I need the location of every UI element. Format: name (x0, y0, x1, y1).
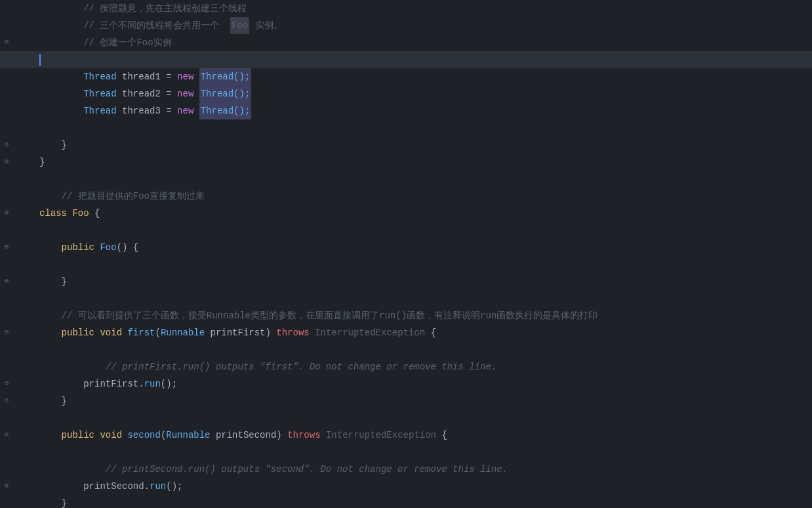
line-code-23: printFirst.run(); (33, 375, 812, 392)
line-code-22: // printFirst.run() outputs "first". Do … (33, 358, 812, 375)
thread-new: Thread(); (199, 68, 252, 85)
space (67, 205, 72, 222)
space: thread1 (117, 68, 167, 85)
line-gutter-21 (0, 341, 33, 358)
space (122, 427, 127, 444)
line-gutter-14 (0, 222, 33, 239)
line-gutter-2 (0, 17, 33, 34)
kw-thread: Thread (83, 102, 116, 119)
indent (39, 239, 62, 256)
code-line-19: // 可以看到提供了三个函数，接受Runnable类型的参数，在里面直接调用了r… (0, 307, 812, 324)
close-brace: } (62, 495, 67, 508)
kw-public: public (62, 324, 94, 341)
thread-new: Thread(); (199, 85, 252, 102)
fold-icon-26[interactable]: ⊖ (3, 431, 10, 439)
fold-icon-17[interactable]: ⊖ (3, 278, 10, 286)
eq: = (166, 102, 177, 119)
kw-thread: Thread (83, 85, 116, 102)
space (94, 324, 100, 341)
fold-icon-13[interactable]: ⊖ (3, 209, 10, 217)
code-line-14 (0, 222, 812, 239)
indent (39, 68, 83, 85)
comment-text: // 创建一个Foo实例 (39, 34, 172, 51)
method-call: printFirst. (83, 375, 144, 392)
code-line-3: ⊖ // 创建一个Foo实例 (0, 34, 812, 51)
comment-text: // printSecond.run() outputs "second". D… (39, 461, 508, 478)
line-code-13: class Foo { (33, 205, 812, 222)
class-name: Foo (72, 205, 89, 222)
line-gutter-28 (0, 461, 33, 478)
comment-text: 实例。 (249, 17, 282, 34)
line-code-3: // 创建一个Foo实例 (33, 34, 812, 51)
line-gutter-30 (0, 495, 33, 508)
code-line-12: // 把题目提供的Foo直接复制过来 (0, 188, 812, 205)
eq: = (166, 85, 177, 102)
kw-throws: throws (276, 324, 309, 341)
line-gutter-27 (0, 444, 33, 461)
code-line-24: ⊖ } (0, 392, 812, 410)
indent (39, 324, 62, 341)
code-line-22: // printFirst.run() outputs "first". Do … (0, 358, 812, 375)
code-line-16 (0, 256, 812, 273)
indent (39, 85, 83, 102)
fold-icon-23[interactable]: ⊖ (3, 380, 10, 388)
fold-icon-20[interactable]: ⊖ (3, 329, 10, 337)
fold-icon-24[interactable]: ⊖ (3, 397, 10, 405)
line-gutter-13: ⊖ (0, 205, 33, 222)
fold-icon-29[interactable]: ⊖ (3, 482, 10, 490)
line-gutter-8 (0, 119, 33, 137)
comment-text: // 把题目提供的Foo直接复制过来 (39, 188, 205, 205)
line-code-11 (33, 171, 812, 188)
code-line-15: ⊖ public Foo() { (0, 239, 812, 256)
line-gutter-25 (0, 410, 33, 427)
line-gutter-16 (0, 256, 33, 273)
line-gutter-3: ⊖ (0, 34, 33, 51)
line-code-4 (33, 51, 812, 68)
line-code-12: // 把题目提供的Foo直接复制过来 (33, 188, 812, 205)
foo-highlight: Foo (230, 17, 249, 34)
code-line-18 (0, 290, 812, 307)
line-code-17: } (33, 273, 812, 290)
line-code-30: } (33, 495, 812, 508)
fold-icon-3[interactable]: ⊖ (3, 39, 10, 47)
comment-text: // 可以看到提供了三个函数，接受Runnable类型的参数，在里面直接调用了r… (39, 307, 598, 324)
space (94, 239, 100, 256)
method-name: second (127, 427, 160, 444)
code-line-29: ⊖ printSecond.run(); (0, 478, 812, 495)
close-brace: } (62, 392, 67, 410)
line-code-28: // printSecond.run() outputs "second". D… (33, 461, 812, 478)
kw-public: public (62, 239, 94, 256)
indent (39, 392, 62, 410)
code-line-4 (0, 51, 812, 68)
kw-void: void (100, 324, 122, 341)
line-gutter-5 (0, 68, 33, 85)
fold-icon-9[interactable]: ⊖ (3, 141, 10, 149)
code-editor: // 按照题意，先在主线程创建三个线程 // 三个不同的线程将会共用一个 Foo… (0, 0, 812, 508)
line-gutter-23: ⊖ (0, 375, 33, 392)
line-gutter-20: ⊖ (0, 324, 33, 341)
indent (39, 102, 83, 119)
type-runnable: Runnable (161, 324, 205, 341)
fold-icon-10[interactable]: ⊖ (3, 158, 10, 166)
line-code-26: public void second(Runnable printSecond)… (33, 427, 812, 444)
close-brace: } (62, 273, 67, 290)
close-brace: } (62, 137, 67, 154)
line-code-16 (33, 256, 812, 273)
code-line-30: } (0, 495, 812, 508)
line-gutter-12 (0, 188, 33, 205)
fold-icon-15[interactable]: ⊖ (3, 243, 10, 251)
comment-text: // 按照题意，先在主线程创建三个线程 (39, 0, 247, 17)
parens: () { (117, 239, 139, 256)
code-line-17: ⊖ } (0, 273, 812, 290)
indent (39, 478, 83, 495)
space: thread3 (117, 102, 167, 119)
line-code-20: public void first(Runnable printFirst) t… (33, 324, 812, 341)
line-gutter-29: ⊖ (0, 478, 33, 495)
code-line-20: ⊖ public void first(Runnable printFirst)… (0, 324, 812, 341)
type-runnable: Runnable (166, 427, 210, 444)
line-gutter-17: ⊖ (0, 273, 33, 290)
line-gutter-15: ⊖ (0, 239, 33, 256)
code-line-5: Thread thread1 = new Thread(); (0, 68, 812, 85)
line-gutter-1 (0, 0, 33, 17)
run-method: run (144, 375, 161, 392)
